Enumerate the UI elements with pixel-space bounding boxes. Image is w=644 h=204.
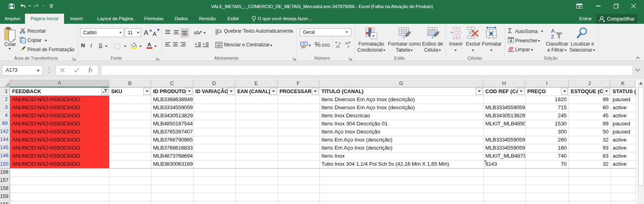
svg-text:A: A	[551, 28, 555, 34]
svg-text:ab: ab	[194, 30, 199, 35]
svg-text:,0: ,0	[347, 45, 349, 48]
svg-text:,00: ,00	[335, 45, 340, 48]
svg-text:Z: Z	[551, 33, 554, 40]
svg-text:≠: ≠	[372, 33, 375, 38]
